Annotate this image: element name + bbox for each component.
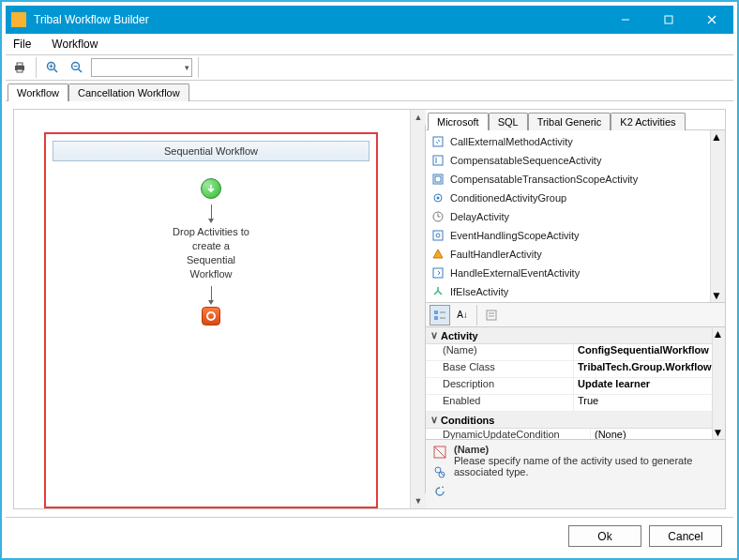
toolbar-separator-2 <box>198 57 199 78</box>
connector-arrow-icon <box>211 204 212 219</box>
maximize-button[interactable] <box>647 6 690 34</box>
start-node-icon[interactable] <box>201 178 221 199</box>
svg-rect-31 <box>487 310 496 320</box>
tab-k2-activities[interactable]: K2 Activities <box>611 113 685 130</box>
designer-panel: Sequential Workflow Drop Activities to c… <box>13 109 426 509</box>
alphabetical-button[interactable]: A↓ <box>452 305 473 325</box>
prop-dynamic-update-condition[interactable]: DynamicUpdateCondition(None) <box>426 429 712 439</box>
tab-sql[interactable]: SQL <box>489 113 528 130</box>
drop-hint: Drop Activities to create a Sequential W… <box>173 225 249 280</box>
svg-rect-1 <box>665 16 672 23</box>
minimize-button[interactable] <box>604 6 647 34</box>
tab-cancellation-workflow[interactable]: Cancellation Workflow <box>68 83 189 101</box>
warning-icon <box>431 248 445 261</box>
main-tabs: Workflow Cancellation Workflow <box>6 81 733 101</box>
properties-grid: ∨Activity (Name)ConfigSequentialWorkflow… <box>426 327 725 439</box>
svg-point-20 <box>437 197 440 200</box>
find-icon[interactable] <box>433 465 446 481</box>
app-icon <box>11 12 26 27</box>
content-area: Sequential Workflow Drop Activities to c… <box>6 101 733 517</box>
svg-line-35 <box>434 446 445 458</box>
prop-name[interactable]: (Name)ConfigSequentialWorkflow <box>426 344 712 361</box>
svg-rect-14 <box>433 137 443 146</box>
workflow-selection[interactable]: Sequential Workflow Drop Activities to c… <box>44 132 378 508</box>
branch-icon <box>431 285 445 298</box>
refresh-icon[interactable] <box>433 485 446 501</box>
toolbar-separator <box>36 57 37 78</box>
toolbox-item[interactable]: CompensatableTransactionScopeActivity <box>426 170 710 189</box>
toolbox-item[interactable]: CallExternalMethodActivity <box>426 132 710 151</box>
svg-line-12 <box>79 69 83 73</box>
help-icon[interactable] <box>433 446 446 462</box>
toolbar: ▾ <box>6 54 733 81</box>
menu-workflow[interactable]: Workflow <box>48 36 101 53</box>
properties-separator <box>476 305 477 325</box>
prop-enabled[interactable]: EnabledTrue <box>426 395 712 412</box>
activity-icon <box>431 154 445 167</box>
close-button[interactable] <box>690 6 733 34</box>
toolbox-item[interactable]: CompensatableSequenceActivity <box>426 151 710 170</box>
activity-icon <box>431 266 445 280</box>
ok-button[interactable]: Ok <box>568 525 641 547</box>
toolbox-list: CallExternalMethodActivity Compensatable… <box>426 130 725 303</box>
scroll-up-icon[interactable]: ▲ <box>411 110 426 125</box>
toolbox-item[interactable]: ConditionedActivityGroup <box>426 189 710 207</box>
toolbox-tabs: Microsoft SQL Tribal Generic K2 Activiti… <box>426 110 725 130</box>
property-pages-button[interactable] <box>481 305 502 325</box>
toolbox-item[interactable]: FaultHandlerActivity <box>426 245 710 264</box>
designer-vscrollbar[interactable]: ▲ ▼ <box>410 110 425 508</box>
svg-rect-18 <box>435 176 441 182</box>
toolbox-vscrollbar[interactable]: ▲ ▼ <box>710 130 725 302</box>
category-conditions[interactable]: ∨Conditions <box>426 412 712 429</box>
tab-tribal-generic[interactable]: Tribal Generic <box>528 113 611 130</box>
categorized-button[interactable] <box>430 305 450 325</box>
properties-toolbar: A↓ <box>426 303 725 327</box>
zoom-out-button[interactable] <box>67 57 87 78</box>
window-title: Tribal Workflow Builder <box>34 13 604 26</box>
collapse-icon[interactable]: ∨ <box>428 414 441 426</box>
svg-rect-27 <box>434 310 438 314</box>
activity-icon <box>431 229 445 242</box>
toolbox-item[interactable]: HandleExternalEventActivity <box>426 264 710 282</box>
svg-rect-15 <box>433 156 443 165</box>
zoom-in-button[interactable] <box>42 57 63 78</box>
dialog-footer: Ok Cancel <box>6 517 733 554</box>
zoom-combo[interactable]: ▾ <box>91 58 192 77</box>
scroll-up-icon[interactable]: ▲ <box>711 130 725 144</box>
activity-icon <box>431 135 445 148</box>
right-panel: Microsoft SQL Tribal Generic K2 Activiti… <box>426 109 726 509</box>
scroll-down-icon[interactable]: ▼ <box>713 426 725 439</box>
svg-rect-26 <box>433 268 443 278</box>
menubar: File Workflow <box>6 34 733 54</box>
properties-vscrollbar[interactable]: ▲ ▼ <box>712 327 725 439</box>
svg-rect-28 <box>434 316 438 320</box>
connector-arrow-icon-2 <box>211 286 212 301</box>
svg-point-38 <box>439 472 445 477</box>
collapse-icon[interactable]: ∨ <box>428 329 441 341</box>
workflow-header: Sequential Workflow <box>53 141 370 161</box>
cancel-button[interactable]: Cancel <box>649 525 722 547</box>
toolbox-item[interactable]: DelayActivity <box>426 207 710 226</box>
clock-icon <box>431 210 445 223</box>
print-button[interactable] <box>9 57 30 78</box>
prop-description[interactable]: DescriptionUpdate learner <box>426 378 712 395</box>
svg-rect-6 <box>17 69 23 72</box>
tab-microsoft[interactable]: Microsoft <box>428 113 489 130</box>
scroll-down-icon[interactable]: ▼ <box>411 493 426 508</box>
titlebar: Tribal Workflow Builder <box>6 6 733 34</box>
toolbox-item[interactable]: IfElseActivity <box>426 282 710 301</box>
prop-base-class[interactable]: Base ClassTribalTech.Group.Workflow <box>426 361 712 378</box>
workflow-body: Drop Activities to create a Sequential W… <box>46 161 376 325</box>
menu-file[interactable]: File <box>9 36 35 53</box>
toolbox-item[interactable]: EventHandlingScopeActivity <box>426 226 710 245</box>
scroll-up-icon[interactable]: ▲ <box>713 327 725 341</box>
svg-point-25 <box>436 234 440 237</box>
activity-icon <box>431 173 445 186</box>
end-node-icon[interactable] <box>202 307 220 325</box>
svg-line-8 <box>54 69 58 73</box>
category-activity[interactable]: ∨Activity <box>426 327 712 344</box>
designer-canvas[interactable]: Sequential Workflow Drop Activities to c… <box>14 110 410 508</box>
scroll-down-icon[interactable]: ▼ <box>711 289 725 302</box>
help-panel: (Name) Please specify name of the activi… <box>426 439 725 508</box>
tab-workflow[interactable]: Workflow <box>8 83 68 101</box>
